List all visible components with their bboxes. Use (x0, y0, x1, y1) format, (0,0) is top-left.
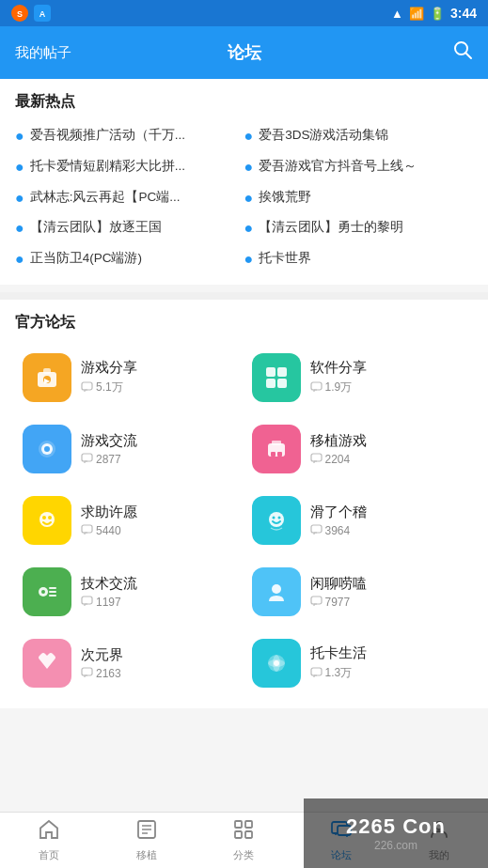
forum-name: 托卡生活 (310, 644, 367, 662)
forum-item[interactable]: ▶ 游戏分享 5.1万 (15, 342, 244, 413)
forum-count: 2204 (310, 453, 367, 466)
forum-item[interactable]: 软件分享 1.9万 (244, 342, 474, 413)
migrate-icon (135, 818, 158, 846)
hot-item-text: 挨饿荒野 (259, 189, 311, 207)
svg-point-30 (272, 516, 275, 519)
app-icon-1: S (11, 5, 28, 22)
forum-grid: ▶ 游戏分享 5.1万 软件分享 (15, 342, 473, 699)
forum-item[interactable]: 游戏交流 2877 (15, 413, 244, 485)
svg-rect-32 (311, 525, 322, 533)
svg-point-18 (44, 446, 50, 452)
forum-info: 托卡生活 1.3万 (310, 644, 367, 681)
comment-icon (81, 524, 93, 536)
nav-item-home[interactable]: 首页 (0, 813, 98, 868)
forum-count: 2877 (81, 453, 137, 466)
nav-item-category[interactable]: 分类 (196, 813, 293, 868)
hot-list-item[interactable]: ●爱吾视频推广活动（千万... (15, 121, 244, 152)
forum-item[interactable]: 托卡生活 1.3万 (244, 628, 474, 699)
hot-bullet: ● (244, 158, 254, 178)
hot-item-text: 爱吾游戏官方抖音号上线～ (259, 158, 417, 176)
svg-rect-35 (49, 587, 56, 589)
forum-item[interactable]: 移植游戏 2204 (244, 413, 474, 485)
svg-point-34 (41, 590, 45, 594)
hot-list-item[interactable]: ●武林志:风云再起【PC端... (15, 183, 244, 214)
forum-info: 技术交流 1197 (81, 575, 137, 609)
svg-text:A: A (39, 9, 46, 19)
forum-name: 移植游戏 (310, 432, 367, 450)
hot-list-item[interactable]: ●【清云团队】放逐王国 (15, 213, 244, 244)
forum-icon (252, 353, 301, 402)
comment-icon (81, 381, 93, 394)
hot-item-text: 托卡世界 (259, 250, 311, 268)
forum-icon (23, 425, 71, 473)
app-icon-2: A (34, 5, 51, 22)
hot-item-text: 【清云团队】勇士的黎明 (259, 219, 403, 237)
svg-rect-48 (235, 821, 242, 828)
forum-name: 游戏分享 (81, 359, 137, 377)
forum-section: 官方论坛 ▶ 游戏分享 5.1万 软件分享 (0, 300, 488, 708)
forum-item[interactable]: 次元界 2163 (15, 628, 244, 699)
hot-item-text: 武林志:风云再起【PC端... (30, 189, 181, 207)
hot-list-item[interactable]: ●正当防卫4(PC端游) (15, 244, 244, 275)
hot-list-item[interactable]: ●【清云团队】勇士的黎明 (244, 213, 474, 244)
svg-rect-12 (277, 367, 287, 377)
svg-rect-21 (272, 441, 281, 445)
forum-info: 滑了个稽 3964 (310, 504, 367, 537)
forum-count: 1.9万 (310, 380, 367, 395)
forum-item[interactable]: 闲聊唠嗑 7977 (244, 556, 474, 628)
hot-bullet: ● (15, 219, 24, 239)
clock: 3:44 (450, 6, 477, 21)
section-divider (0, 292, 488, 300)
svg-rect-7 (43, 368, 51, 374)
svg-point-39 (272, 584, 281, 594)
svg-rect-49 (245, 821, 252, 828)
forum-count: 1.3万 (310, 665, 367, 681)
svg-rect-46 (311, 668, 322, 675)
hot-list-item[interactable]: ●托卡世界 (244, 244, 474, 275)
watermark-line2: 226.com (346, 839, 446, 852)
watermark-line1: 2265 Con (346, 814, 446, 839)
forum-name: 闲聊唠嗑 (310, 575, 367, 593)
status-icons-left: S A (11, 5, 51, 22)
svg-rect-36 (49, 591, 56, 593)
forum-icon: ▶ (23, 353, 71, 402)
forum-item[interactable]: 滑了个稽 3964 (244, 485, 474, 556)
svg-rect-28 (82, 525, 92, 533)
forum-count: 3964 (310, 524, 367, 537)
comment-icon (81, 453, 93, 465)
category-icon (232, 818, 255, 846)
svg-point-45 (274, 660, 279, 666)
hot-bullet: ● (244, 250, 254, 270)
hot-item-text: 爱吾3DS游戏活动集锦 (259, 127, 388, 145)
forum-icon (23, 639, 71, 688)
forum-item[interactable]: 技术交流 1197 (15, 556, 244, 628)
hot-bullet: ● (15, 189, 24, 209)
hot-list-item[interactable]: ●爱吾3DS游戏活动集锦 (244, 121, 474, 152)
hot-list-item[interactable]: ●挨饿荒野 (244, 183, 474, 214)
svg-text:▶: ▶ (44, 377, 51, 385)
hot-list: ●爱吾视频推广活动（千万...●爱吾3DS游戏活动集锦●托卡爱情短剧精彩大比拼.… (15, 121, 473, 275)
hot-item-text: 托卡爱情短剧精彩大比拼... (30, 158, 185, 176)
main-content: 最新热点 ●爱吾视频推广活动（千万...●爱吾3DS游戏活动集锦●托卡爱情短剧精… (0, 79, 488, 772)
hot-list-item[interactable]: ●托卡爱情短剧精彩大比拼... (15, 152, 244, 183)
forum-icon (23, 496, 71, 545)
svg-rect-50 (235, 831, 242, 838)
hot-bullet: ● (15, 127, 24, 147)
nav-item-migrate[interactable]: 移植 (98, 813, 196, 868)
comment-icon (310, 596, 323, 608)
hot-bullet: ● (244, 219, 254, 239)
forum-info: 移植游戏 2204 (310, 432, 367, 466)
svg-point-31 (277, 516, 280, 519)
hot-section-title: 最新热点 (15, 92, 473, 112)
forum-name: 滑了个稽 (310, 504, 367, 521)
hot-bullet: ● (244, 127, 254, 147)
my-posts-link[interactable]: 我的帖子 (15, 44, 71, 62)
svg-rect-40 (311, 597, 322, 604)
svg-text:S: S (17, 9, 23, 19)
hot-list-item[interactable]: ●爱吾游戏官方抖音号上线～ (244, 152, 474, 183)
forum-count: 1197 (81, 596, 137, 609)
search-button[interactable] (452, 39, 473, 66)
forum-item[interactable]: 求助许愿 5440 (15, 485, 244, 556)
category-label: 分类 (233, 848, 254, 862)
forum-icon (252, 425, 301, 473)
